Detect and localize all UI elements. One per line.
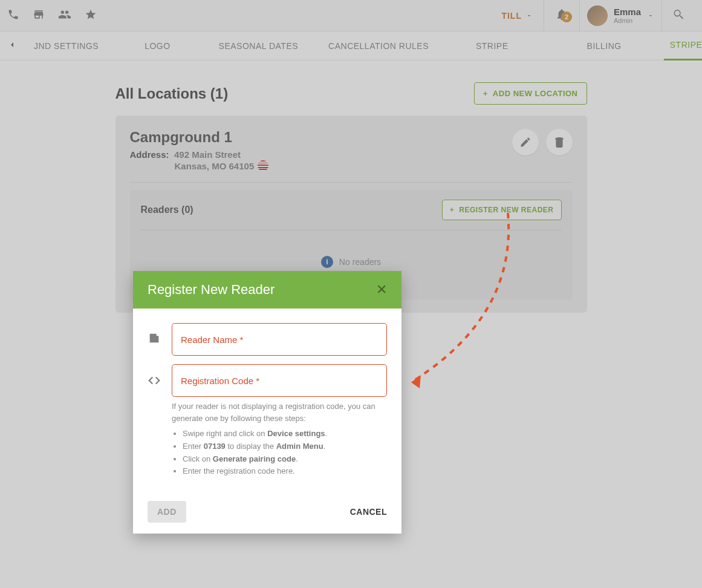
registration-code-placeholder: Registration Code * <box>181 376 259 386</box>
modal-title: Register New Reader <box>148 282 275 298</box>
reader-name-input[interactable]: Reader Name * <box>172 323 387 356</box>
add-button[interactable]: ADD <box>148 501 186 523</box>
step-2: Enter 07139 to display the Admin Menu. <box>183 440 387 453</box>
note-icon <box>148 332 161 347</box>
help-text: If your reader is not displaying a regis… <box>172 400 387 424</box>
cancel-button[interactable]: CANCEL <box>350 507 387 517</box>
step-3: Click on Generate pairing code. <box>183 453 387 466</box>
steps-list: Swipe right and click on Device settings… <box>172 428 387 478</box>
register-reader-modal: Register New Reader ✕ Reader Name * Regi… <box>133 271 401 534</box>
step-4: Enter the registration code here. <box>183 465 387 478</box>
step-1: Swipe right and click on Device settings… <box>183 428 387 440</box>
reader-name-placeholder: Reader Name * <box>181 335 243 345</box>
registration-code-input[interactable]: Registration Code * <box>172 364 387 397</box>
code-icon <box>148 374 161 390</box>
close-button[interactable]: ✕ <box>376 282 387 298</box>
